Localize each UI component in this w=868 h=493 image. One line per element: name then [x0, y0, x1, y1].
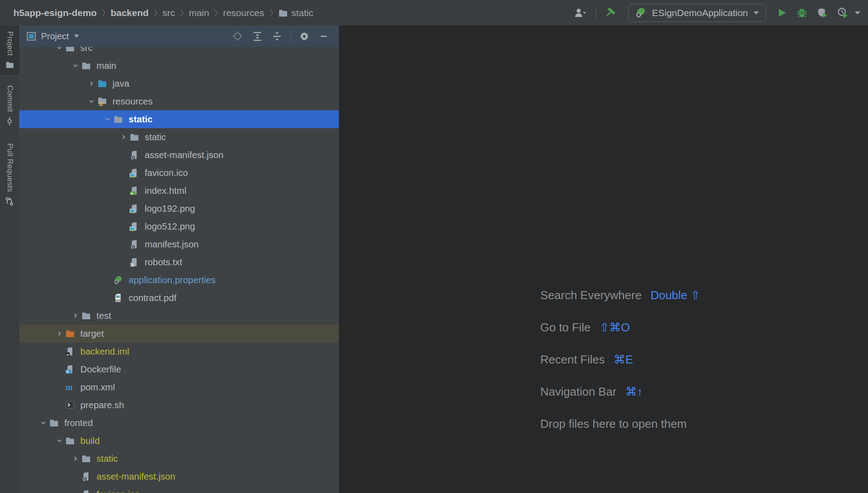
tree-item-label: robots.txt — [145, 257, 182, 267]
run-configuration-select[interactable]: ESignDemoApplication — [628, 4, 766, 22]
tree-row[interactable]: DDockerfile — [19, 360, 339, 378]
chevron-right-icon[interactable] — [70, 313, 81, 319]
tree-row[interactable]: mpom.xml — [19, 378, 339, 396]
run-button[interactable] — [772, 4, 792, 22]
user-account-icon — [573, 8, 587, 18]
run-with-coverage-button[interactable] — [812, 4, 833, 22]
locate-button[interactable] — [230, 28, 246, 44]
svg-text:H: H — [131, 192, 133, 196]
breadcrumb-separator-icon — [180, 8, 184, 17]
collapse-all-button[interactable] — [269, 28, 285, 44]
breadcrumb-separator-icon — [102, 8, 106, 17]
chevron-down-icon[interactable] — [54, 438, 65, 444]
tree-row[interactable]: java — [19, 75, 339, 92]
breadcrumb-item[interactable]: static — [278, 8, 313, 18]
tool-window-button-commit[interactable]: Commit — [0, 79, 19, 131]
tool-window-button-pull-requests[interactable]: Pull Requests — [0, 138, 19, 211]
breadcrumb-item[interactable]: backend — [111, 8, 149, 18]
chevron-down-icon[interactable] — [54, 47, 65, 51]
hide-button[interactable] — [316, 28, 332, 44]
project-panel-title: Project — [41, 31, 69, 42]
breadcrumb-separator-icon — [214, 8, 218, 17]
tree-row[interactable]: main — [19, 57, 339, 75]
file-json-icon: {} — [81, 472, 93, 481]
breadcrumb: h5app-esign-demobackendsrcmainresourcess… — [13, 8, 313, 18]
profiler-button[interactable] — [833, 4, 853, 22]
tree-row[interactable]: logo512.png — [19, 217, 339, 235]
expand-all-button[interactable] — [249, 28, 265, 44]
tree-item-label: static — [145, 132, 166, 142]
profiler-clock-icon — [837, 7, 849, 19]
editor-area[interactable]: Search EverywhereDouble ⇧Go to File⇧⌘ORe… — [340, 25, 868, 493]
tree-row[interactable]: prepare.sh — [19, 396, 339, 414]
svg-text:m: m — [66, 382, 73, 392]
tree-row[interactable]: favicon.ico — [19, 485, 339, 493]
tree-row[interactable]: static — [19, 110, 339, 128]
tree-item-label: target — [80, 328, 104, 339]
tree-row[interactable]: build — [19, 432, 339, 450]
tree-row[interactable]: {}asset-manifest.json — [19, 468, 339, 485]
tree-row[interactable]: resources — [19, 92, 339, 110]
breadcrumb-item[interactable]: h5app-esign-demo — [13, 8, 97, 18]
tree-item-label: favicon.ico — [145, 167, 188, 178]
tree-row[interactable]: fronted — [19, 414, 339, 432]
tree-row[interactable]: Hindex.html — [19, 182, 339, 200]
tree-item-label: static — [96, 453, 118, 464]
shortcut-label: Go to File — [540, 321, 591, 334]
tree-row[interactable]: logo192.png — [19, 200, 339, 217]
tree-row[interactable]: src — [19, 47, 339, 57]
tree-item-label: build — [80, 435, 100, 446]
breadcrumb-item-label: h5app-esign-demo — [13, 8, 97, 18]
debug-button[interactable] — [792, 4, 812, 22]
tree-row[interactable]: PDFcontract.pdf — [19, 289, 339, 307]
chevron-down-icon[interactable] — [38, 420, 49, 426]
build-project-button[interactable] — [601, 4, 622, 22]
user-account-button[interactable] — [569, 4, 591, 22]
tree-row[interactable]: favicon.ico — [19, 164, 339, 182]
chevron-down-icon[interactable] — [70, 63, 81, 69]
project-panel-actions — [230, 28, 332, 44]
chevron-right-icon[interactable] — [86, 80, 97, 87]
chevron-right-icon[interactable] — [70, 455, 81, 462]
folder-icon — [129, 132, 142, 142]
chevron-down-icon[interactable] — [86, 98, 97, 104]
folder-icon — [65, 47, 77, 53]
project-view-selector[interactable]: Project — [26, 31, 80, 42]
breadcrumb-item[interactable]: resources — [223, 8, 264, 18]
tree-row[interactable]: {}manifest.json — [19, 235, 339, 253]
folder-source-icon — [97, 79, 109, 88]
breadcrumb-item[interactable]: main — [189, 8, 209, 18]
tree-row[interactable]: target — [19, 325, 339, 343]
svg-text:{}: {} — [131, 155, 134, 159]
tree-item-label: logo512.png — [145, 221, 195, 232]
more-actions-button[interactable] — [853, 4, 862, 22]
tree-row[interactable]: test — [19, 307, 339, 325]
tree-row[interactable]: static — [19, 128, 339, 146]
file-text-icon — [129, 257, 142, 267]
tree-item-label: favicon.ico — [96, 489, 140, 493]
tree-row[interactable]: backend.iml — [19, 343, 339, 360]
svg-text:PDF: PDF — [116, 299, 121, 302]
run-configuration-label: ESignDemoApplication — [652, 8, 748, 18]
file-json-icon: {} — [129, 239, 142, 249]
tool-window-stripe: ProjectCommitPull Requests — [0, 25, 19, 493]
tree-row[interactable]: robots.txt — [19, 253, 339, 271]
settings-button[interactable] — [296, 28, 312, 44]
shortcut-hint-row: Navigation Bar⌘↑ — [540, 376, 700, 408]
file-html-icon: H — [129, 186, 142, 196]
settings-icon — [299, 31, 310, 42]
breadcrumb-separator-icon — [154, 8, 158, 17]
chevron-right-icon[interactable] — [54, 330, 65, 337]
breadcrumb-item[interactable]: src — [163, 8, 175, 18]
tool-window-button-project[interactable]: Project — [0, 25, 19, 75]
chevron-right-icon[interactable] — [118, 134, 129, 140]
tree-row[interactable]: {}asset-manifest.json — [19, 146, 339, 164]
project-tree: srcmainjavaresourcesstaticstatic{}asset-… — [19, 47, 339, 493]
shortcut-label: Navigation Bar — [540, 385, 617, 399]
tree-row[interactable]: static — [19, 450, 339, 468]
shortcut-hint-row: Go to File⇧⌘O — [540, 311, 700, 343]
chevron-down-icon — [73, 34, 80, 38]
tree-row[interactable]: application.properties — [19, 271, 339, 289]
tree-item-label: java — [113, 78, 129, 89]
chevron-down-icon[interactable] — [102, 116, 113, 122]
